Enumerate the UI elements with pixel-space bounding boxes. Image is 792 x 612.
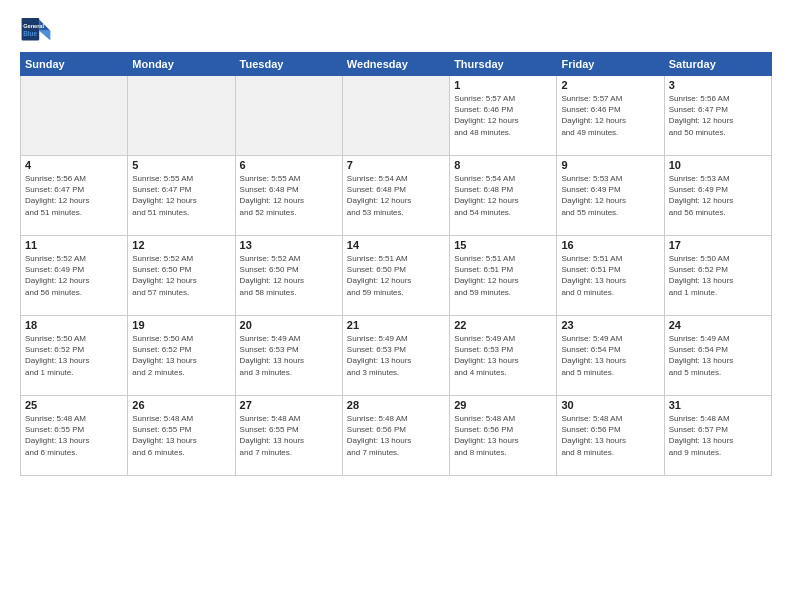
day-info: Sunrise: 5:56 AM Sunset: 6:47 PM Dayligh… [25, 173, 123, 218]
day-number: 6 [240, 159, 338, 171]
day-info: Sunrise: 5:50 AM Sunset: 6:52 PM Dayligh… [669, 253, 767, 298]
day-info: Sunrise: 5:48 AM Sunset: 6:56 PM Dayligh… [454, 413, 552, 458]
day-info: Sunrise: 5:55 AM Sunset: 6:48 PM Dayligh… [240, 173, 338, 218]
day-info: Sunrise: 5:49 AM Sunset: 6:54 PM Dayligh… [561, 333, 659, 378]
header: General Blue [20, 16, 772, 44]
col-header-monday: Monday [128, 53, 235, 76]
day-cell: 17Sunrise: 5:50 AM Sunset: 6:52 PM Dayli… [664, 236, 771, 316]
week-row-3: 18Sunrise: 5:50 AM Sunset: 6:52 PM Dayli… [21, 316, 772, 396]
day-info: Sunrise: 5:52 AM Sunset: 6:49 PM Dayligh… [25, 253, 123, 298]
day-number: 20 [240, 319, 338, 331]
day-number: 31 [669, 399, 767, 411]
day-cell: 11Sunrise: 5:52 AM Sunset: 6:49 PM Dayli… [21, 236, 128, 316]
day-cell: 20Sunrise: 5:49 AM Sunset: 6:53 PM Dayli… [235, 316, 342, 396]
day-number: 11 [25, 239, 123, 251]
day-cell: 29Sunrise: 5:48 AM Sunset: 6:56 PM Dayli… [450, 396, 557, 476]
week-row-2: 11Sunrise: 5:52 AM Sunset: 6:49 PM Dayli… [21, 236, 772, 316]
day-number: 14 [347, 239, 445, 251]
day-number: 24 [669, 319, 767, 331]
day-cell: 4Sunrise: 5:56 AM Sunset: 6:47 PM Daylig… [21, 156, 128, 236]
day-number: 29 [454, 399, 552, 411]
header-row: SundayMondayTuesdayWednesdayThursdayFrid… [21, 53, 772, 76]
day-info: Sunrise: 5:57 AM Sunset: 6:46 PM Dayligh… [561, 93, 659, 138]
day-cell: 10Sunrise: 5:53 AM Sunset: 6:49 PM Dayli… [664, 156, 771, 236]
day-number: 22 [454, 319, 552, 331]
day-info: Sunrise: 5:49 AM Sunset: 6:53 PM Dayligh… [347, 333, 445, 378]
day-info: Sunrise: 5:51 AM Sunset: 6:51 PM Dayligh… [561, 253, 659, 298]
week-row-4: 25Sunrise: 5:48 AM Sunset: 6:55 PM Dayli… [21, 396, 772, 476]
day-info: Sunrise: 5:48 AM Sunset: 6:56 PM Dayligh… [347, 413, 445, 458]
day-cell: 19Sunrise: 5:50 AM Sunset: 6:52 PM Dayli… [128, 316, 235, 396]
day-cell: 3Sunrise: 5:56 AM Sunset: 6:47 PM Daylig… [664, 76, 771, 156]
day-cell: 5Sunrise: 5:55 AM Sunset: 6:47 PM Daylig… [128, 156, 235, 236]
day-info: Sunrise: 5:53 AM Sunset: 6:49 PM Dayligh… [561, 173, 659, 218]
svg-text:General: General [23, 23, 44, 29]
day-cell: 18Sunrise: 5:50 AM Sunset: 6:52 PM Dayli… [21, 316, 128, 396]
day-info: Sunrise: 5:52 AM Sunset: 6:50 PM Dayligh… [240, 253, 338, 298]
day-info: Sunrise: 5:51 AM Sunset: 6:51 PM Dayligh… [454, 253, 552, 298]
day-cell: 7Sunrise: 5:54 AM Sunset: 6:48 PM Daylig… [342, 156, 449, 236]
day-cell [128, 76, 235, 156]
day-cell: 14Sunrise: 5:51 AM Sunset: 6:50 PM Dayli… [342, 236, 449, 316]
day-info: Sunrise: 5:53 AM Sunset: 6:49 PM Dayligh… [669, 173, 767, 218]
day-cell [21, 76, 128, 156]
day-cell [342, 76, 449, 156]
day-number: 2 [561, 79, 659, 91]
day-cell: 15Sunrise: 5:51 AM Sunset: 6:51 PM Dayli… [450, 236, 557, 316]
day-info: Sunrise: 5:49 AM Sunset: 6:53 PM Dayligh… [454, 333, 552, 378]
col-header-saturday: Saturday [664, 53, 771, 76]
day-number: 7 [347, 159, 445, 171]
day-cell: 25Sunrise: 5:48 AM Sunset: 6:55 PM Dayli… [21, 396, 128, 476]
day-cell: 30Sunrise: 5:48 AM Sunset: 6:56 PM Dayli… [557, 396, 664, 476]
day-number: 16 [561, 239, 659, 251]
day-number: 23 [561, 319, 659, 331]
col-header-tuesday: Tuesday [235, 53, 342, 76]
day-cell: 22Sunrise: 5:49 AM Sunset: 6:53 PM Dayli… [450, 316, 557, 396]
day-number: 18 [25, 319, 123, 331]
day-number: 17 [669, 239, 767, 251]
day-cell: 1Sunrise: 5:57 AM Sunset: 6:46 PM Daylig… [450, 76, 557, 156]
col-header-thursday: Thursday [450, 53, 557, 76]
svg-text:Blue: Blue [23, 30, 37, 37]
day-number: 8 [454, 159, 552, 171]
day-cell: 13Sunrise: 5:52 AM Sunset: 6:50 PM Dayli… [235, 236, 342, 316]
day-info: Sunrise: 5:50 AM Sunset: 6:52 PM Dayligh… [25, 333, 123, 378]
day-cell: 23Sunrise: 5:49 AM Sunset: 6:54 PM Dayli… [557, 316, 664, 396]
day-info: Sunrise: 5:48 AM Sunset: 6:57 PM Dayligh… [669, 413, 767, 458]
week-row-1: 4Sunrise: 5:56 AM Sunset: 6:47 PM Daylig… [21, 156, 772, 236]
day-info: Sunrise: 5:56 AM Sunset: 6:47 PM Dayligh… [669, 93, 767, 138]
day-cell [235, 76, 342, 156]
day-info: Sunrise: 5:51 AM Sunset: 6:50 PM Dayligh… [347, 253, 445, 298]
logo: General Blue [20, 16, 56, 44]
day-number: 15 [454, 239, 552, 251]
day-info: Sunrise: 5:52 AM Sunset: 6:50 PM Dayligh… [132, 253, 230, 298]
day-number: 26 [132, 399, 230, 411]
day-info: Sunrise: 5:48 AM Sunset: 6:55 PM Dayligh… [240, 413, 338, 458]
day-number: 5 [132, 159, 230, 171]
day-info: Sunrise: 5:54 AM Sunset: 6:48 PM Dayligh… [454, 173, 552, 218]
day-cell: 16Sunrise: 5:51 AM Sunset: 6:51 PM Dayli… [557, 236, 664, 316]
day-number: 3 [669, 79, 767, 91]
day-info: Sunrise: 5:49 AM Sunset: 6:54 PM Dayligh… [669, 333, 767, 378]
day-cell: 9Sunrise: 5:53 AM Sunset: 6:49 PM Daylig… [557, 156, 664, 236]
day-info: Sunrise: 5:48 AM Sunset: 6:55 PM Dayligh… [25, 413, 123, 458]
day-info: Sunrise: 5:54 AM Sunset: 6:48 PM Dayligh… [347, 173, 445, 218]
day-number: 25 [25, 399, 123, 411]
day-info: Sunrise: 5:57 AM Sunset: 6:46 PM Dayligh… [454, 93, 552, 138]
day-info: Sunrise: 5:50 AM Sunset: 6:52 PM Dayligh… [132, 333, 230, 378]
day-number: 12 [132, 239, 230, 251]
day-number: 30 [561, 399, 659, 411]
day-cell: 27Sunrise: 5:48 AM Sunset: 6:55 PM Dayli… [235, 396, 342, 476]
day-cell: 2Sunrise: 5:57 AM Sunset: 6:46 PM Daylig… [557, 76, 664, 156]
col-header-friday: Friday [557, 53, 664, 76]
col-header-sunday: Sunday [21, 53, 128, 76]
day-cell: 21Sunrise: 5:49 AM Sunset: 6:53 PM Dayli… [342, 316, 449, 396]
day-number: 28 [347, 399, 445, 411]
day-cell: 24Sunrise: 5:49 AM Sunset: 6:54 PM Dayli… [664, 316, 771, 396]
day-number: 19 [132, 319, 230, 331]
day-info: Sunrise: 5:48 AM Sunset: 6:56 PM Dayligh… [561, 413, 659, 458]
day-number: 27 [240, 399, 338, 411]
day-cell: 28Sunrise: 5:48 AM Sunset: 6:56 PM Dayli… [342, 396, 449, 476]
day-cell: 12Sunrise: 5:52 AM Sunset: 6:50 PM Dayli… [128, 236, 235, 316]
day-number: 9 [561, 159, 659, 171]
